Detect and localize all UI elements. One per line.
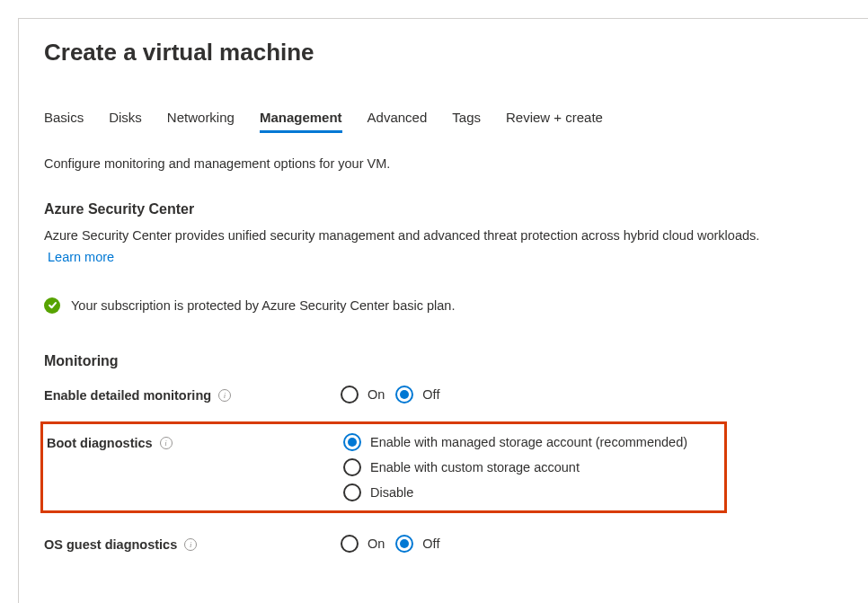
radio-label: Enable with custom storage account (370, 460, 580, 474)
tab-basics[interactable]: Basics (44, 110, 84, 133)
boot-diagnostics-disable[interactable]: Disable (343, 483, 687, 501)
guest-diagnostics-on[interactable]: On (341, 535, 385, 553)
radio-icon (395, 535, 413, 553)
radio-icon (343, 458, 361, 476)
radio-label: On (368, 387, 385, 402)
detailed-monitoring-off[interactable]: Off (395, 386, 439, 403)
info-icon[interactable]: i (160, 437, 173, 449)
guest-diagnostics-label-text: OS guest diagnostics (44, 537, 177, 552)
tab-management[interactable]: Management (260, 110, 342, 133)
boot-diagnostics-label-text: Boot diagnostics (47, 436, 153, 450)
security-section: Azure Security Center Azure Security Cen… (44, 201, 853, 314)
radio-label: Off (422, 387, 439, 402)
detailed-monitoring-label-text: Enable detailed monitoring (44, 388, 211, 403)
boot-diagnostics-radio-group: Enable with managed storage account (rec… (343, 433, 687, 501)
boot-diagnostics-row: Boot diagnostics i Enable with managed s… (43, 433, 724, 501)
detailed-monitoring-on[interactable]: On (341, 386, 385, 403)
boot-diagnostics-label: Boot diagnostics i (47, 433, 343, 450)
info-icon[interactable]: i (184, 538, 197, 551)
tab-review-create[interactable]: Review + create (506, 110, 603, 133)
security-heading: Azure Security Center (44, 201, 853, 217)
tab-advanced[interactable]: Advanced (368, 110, 428, 133)
guest-diagnostics-row: OS guest diagnostics i On Off (44, 535, 853, 553)
tab-disks[interactable]: Disks (109, 110, 142, 133)
page-title: Create a virtual machine (44, 39, 853, 67)
monitoring-section: Monitoring Enable detailed monitoring i … (44, 353, 853, 553)
radio-icon (343, 483, 361, 501)
guest-diagnostics-label: OS guest diagnostics i (44, 535, 341, 552)
radio-icon (341, 386, 359, 403)
tab-networking[interactable]: Networking (167, 110, 235, 133)
tabs-nav: Basics Disks Networking Management Advan… (44, 110, 853, 133)
tab-tags[interactable]: Tags (452, 110, 481, 133)
learn-more-link[interactable]: Learn more (48, 248, 114, 266)
radio-icon (341, 535, 359, 553)
boot-diagnostics-highlight: Boot diagnostics i Enable with managed s… (40, 421, 727, 513)
page-description: Configure monitoring and management opti… (44, 156, 853, 171)
boot-diagnostics-custom[interactable]: Enable with custom storage account (343, 458, 687, 476)
guest-diagnostics-off[interactable]: Off (395, 535, 439, 553)
check-icon (44, 297, 60, 314)
security-status-row: Your subscription is protected by Azure … (44, 297, 853, 314)
security-text-content: Azure Security Center provides unified s… (44, 228, 759, 243)
detailed-monitoring-row: Enable detailed monitoring i On Off (44, 386, 853, 403)
info-icon[interactable]: i (218, 389, 231, 402)
boot-diagnostics-managed[interactable]: Enable with managed storage account (rec… (343, 433, 687, 451)
monitoring-heading: Monitoring (44, 353, 853, 369)
radio-label: On (368, 536, 385, 551)
detailed-monitoring-radio-group: On Off (341, 386, 439, 403)
create-vm-page: Create a virtual machine Basics Disks Ne… (18, 18, 868, 603)
radio-icon (343, 433, 361, 451)
security-status-text: Your subscription is protected by Azure … (71, 298, 455, 313)
detailed-monitoring-label: Enable detailed monitoring i (44, 386, 341, 403)
radio-icon (395, 386, 413, 403)
radio-label: Enable with managed storage account (rec… (370, 435, 687, 449)
guest-diagnostics-radio-group: On Off (341, 535, 439, 553)
radio-label: Off (422, 536, 439, 551)
radio-label: Disable (370, 485, 413, 500)
security-text: Azure Security Center provides unified s… (44, 226, 853, 267)
